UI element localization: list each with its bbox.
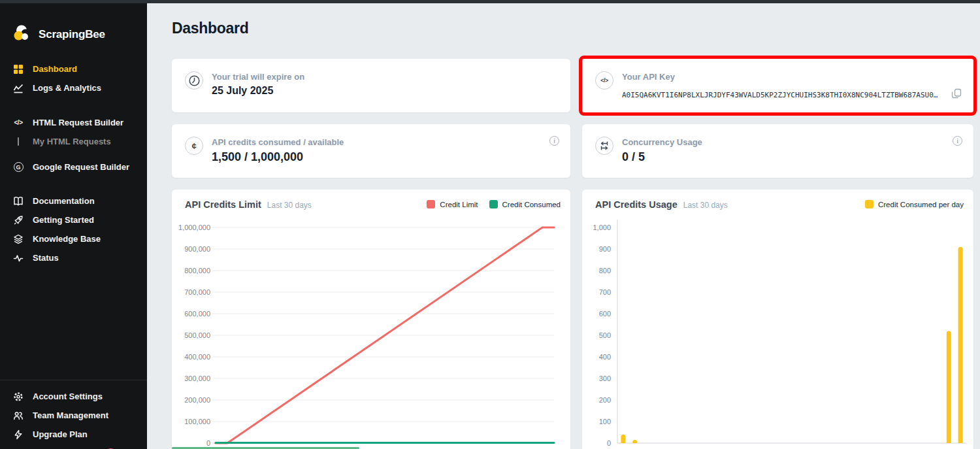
info-icon[interactable]: i xyxy=(549,136,559,146)
credits-limit-chart-card: API Credits Limit Last 30 days Credit Li… xyxy=(172,190,570,449)
sidebar-item-label: Logs & Analytics xyxy=(33,83,101,93)
svg-text:900: 900 xyxy=(599,245,611,253)
logo-text: ScrapingBee xyxy=(39,28,105,41)
api-credits-card: ¢ API credits consumed / available 1,500… xyxy=(172,124,570,178)
google-g-icon: G xyxy=(12,161,24,173)
sidebar-item-team-management[interactable]: Team Management xyxy=(0,406,147,425)
sidebar-item-label: Upgrade Plan xyxy=(33,429,88,439)
sidebar: ScrapingBee Dashboard Logs & Analytics <… xyxy=(0,3,147,449)
sidebar-item-label: Dashboard xyxy=(33,64,77,74)
legend-item: Credit Consumed xyxy=(489,200,561,208)
sidebar-item-google-request-builder[interactable]: G Google Request Builder xyxy=(0,158,147,176)
credits-usage-bar-chart: 01002003004005006007008009001,000 xyxy=(582,190,973,449)
clock-icon xyxy=(185,71,203,90)
copy-icon[interactable] xyxy=(951,88,963,100)
legend-item: Credit Limit xyxy=(427,200,478,208)
sidebar-item-getting-started[interactable]: Getting Started xyxy=(0,210,147,229)
line-chart-icon xyxy=(12,82,24,94)
sidebar-item-label: Team Management xyxy=(33,410,108,420)
concurrency-card: Concurrency Usage 0 / 5 i xyxy=(582,124,973,178)
chart-subtitle: Last 30 days xyxy=(683,201,728,210)
sidebar-item-my-html-requests[interactable]: My HTML Requests xyxy=(0,132,147,151)
svg-text:600: 600 xyxy=(599,310,611,318)
credit-limit-swatch xyxy=(427,200,435,208)
dashboard-grid-icon xyxy=(12,63,24,75)
sidebar-item-label: My HTML Requests xyxy=(33,137,111,146)
credit-consumed-swatch xyxy=(489,200,498,208)
chart-subtitle: Last 30 days xyxy=(267,201,312,210)
layers-icon xyxy=(12,233,24,245)
trial-expiry-card: Your trial will expire on 25 July 2025 xyxy=(172,59,570,112)
scrapingbee-logo[interactable]: ScrapingBee xyxy=(12,24,105,46)
sidebar-item-label: HTML Request Builder xyxy=(33,118,123,127)
svg-text:400: 400 xyxy=(599,353,611,361)
svg-text:600,000: 600,000 xyxy=(184,310,210,318)
api-key-card: </> Your API Key A0I5QA6KVT1I6NP8LXLJRJD… xyxy=(582,59,973,112)
sidebar-item-dashboard[interactable]: Dashboard xyxy=(0,59,147,78)
svg-text:0: 0 xyxy=(206,439,210,447)
credits-usage-chart-card: API Credits Usage Last 30 days Credit Co… xyxy=(582,190,973,449)
legend-label: Credit Consumed per day xyxy=(878,201,964,208)
svg-text:800: 800 xyxy=(599,267,611,274)
scrapingbee-dashboard: ScrapingBee Dashboard Logs & Analytics <… xyxy=(0,0,980,449)
concurrency-arrows-icon xyxy=(595,137,613,155)
book-icon xyxy=(12,195,24,207)
chart-legend: Credit Consumed per day xyxy=(865,200,964,208)
code-icon: </> xyxy=(12,117,24,129)
code-circle-icon: </> xyxy=(595,71,613,90)
svg-text:1,000: 1,000 xyxy=(593,224,611,231)
nav-group-account: Account Settings Team Management Upgrade… xyxy=(0,387,147,449)
svg-text:100: 100 xyxy=(599,418,611,425)
chart-title: API Credits Limit xyxy=(185,199,261,210)
svg-text:200: 200 xyxy=(599,396,611,404)
legend-item: Credit Consumed per day xyxy=(865,200,964,208)
credit-consumed-per-day-swatch xyxy=(865,200,874,208)
sidebar-item-status[interactable]: Status xyxy=(0,248,147,267)
svg-text:300,000: 300,000 xyxy=(184,374,210,382)
legend-label: Credit Limit xyxy=(440,201,478,208)
sidebar-item-label: Getting Started xyxy=(33,215,94,225)
people-icon xyxy=(12,410,24,422)
chart-legend: Credit Limit Credit Consumed xyxy=(427,200,561,208)
chart-header: API Credits Usage Last 30 days xyxy=(595,199,728,210)
nav-group-main: Dashboard Logs & Analytics xyxy=(0,59,147,97)
pipe-icon xyxy=(12,136,24,148)
sidebar-item-logs-analytics[interactable]: Logs & Analytics xyxy=(0,78,147,97)
svg-text:100,000: 100,000 xyxy=(184,418,210,425)
sidebar-item-label: Documentation xyxy=(33,196,95,206)
legend-label: Credit Consumed xyxy=(502,201,561,208)
api-credits-value: 1,500 / 1,000,000 xyxy=(212,150,303,164)
sidebar-item-upgrade-plan[interactable]: Upgrade Plan xyxy=(0,425,147,444)
sidebar-item-label: Status xyxy=(33,253,59,263)
api-key-label: Your API Key xyxy=(622,72,675,82)
chart-header: API Credits Limit Last 30 days xyxy=(185,199,312,210)
credits-limit-line-chart: 0100,000200,000300,000400,000500,000600,… xyxy=(172,190,570,449)
trial-expiry-label: Your trial will expire on xyxy=(212,72,304,82)
svg-text:1,000,000: 1,000,000 xyxy=(178,224,210,231)
sidebar-item-account-settings[interactable]: Account Settings xyxy=(0,387,147,406)
bee-logo-icon xyxy=(12,24,31,46)
nav-group-resources: Documentation Getting Started Knowledge … xyxy=(0,191,147,267)
pulse-icon xyxy=(12,252,24,264)
sidebar-item-new-features[interactable]: New Features xyxy=(0,444,147,449)
info-icon[interactable]: i xyxy=(953,136,962,146)
sidebar-divider xyxy=(0,380,147,380)
svg-text:200,000: 200,000 xyxy=(184,396,210,404)
svg-text:400,000: 400,000 xyxy=(184,353,210,361)
svg-text:700,000: 700,000 xyxy=(184,288,210,296)
sidebar-item-documentation[interactable]: Documentation xyxy=(0,191,147,210)
svg-text:0: 0 xyxy=(607,439,611,447)
api-key-value: A0I5QA6KVT1I6NP8LXLJRJDYF43WVALD5KP2ZJYC… xyxy=(622,91,942,99)
sidebar-item-knowledge-base[interactable]: Knowledge Base xyxy=(0,229,147,248)
gear-icon xyxy=(12,391,24,403)
browser-top-strip xyxy=(0,0,980,3)
concurrency-value: 0 / 5 xyxy=(622,150,645,164)
lightning-icon xyxy=(12,429,24,441)
sidebar-item-label: Google Request Builder xyxy=(33,162,129,172)
rocket-icon xyxy=(12,214,24,226)
sidebar-item-html-request-builder[interactable]: </> HTML Request Builder xyxy=(0,113,147,132)
svg-text:900,000: 900,000 xyxy=(184,245,210,253)
sidebar-item-label: Knowledge Base xyxy=(33,234,101,244)
svg-text:700: 700 xyxy=(599,288,611,296)
trial-expiry-date: 25 July 2025 xyxy=(212,85,273,97)
